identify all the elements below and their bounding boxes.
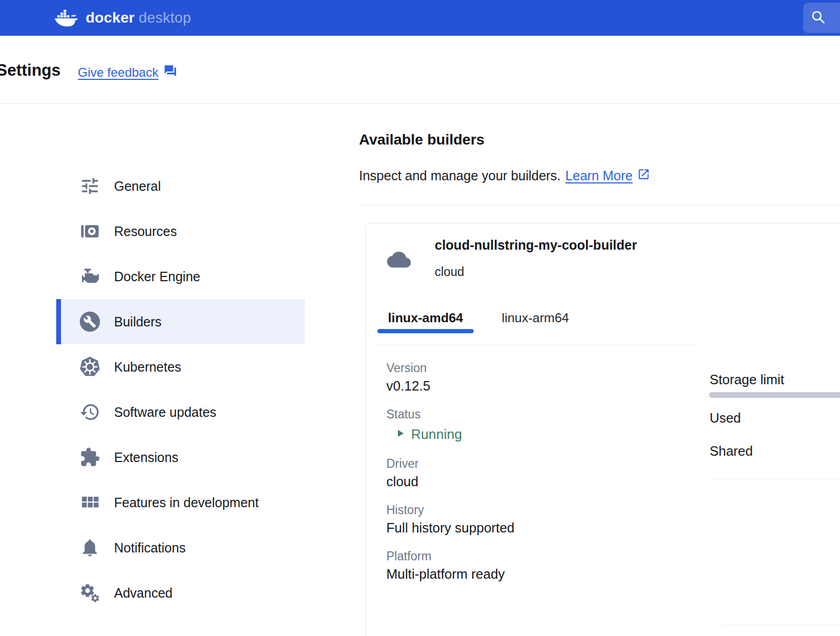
detail-status: Status Running: [386, 406, 515, 444]
detail-history: History Full history supported: [386, 502, 515, 537]
sidebar-item-label: Docker Engine: [114, 269, 200, 284]
sidebar-item-label: Kubernetes: [114, 360, 181, 375]
sidebar-item-advanced[interactable]: Advanced: [56, 570, 305, 616]
sidebar-item-label: General: [114, 179, 161, 194]
detail-value: Full history supported: [386, 519, 515, 537]
learn-more-link[interactable]: Learn More: [566, 168, 633, 183]
cloud-icon: [387, 250, 411, 270]
detail-label: Version: [386, 360, 515, 376]
detail-value: cloud: [386, 473, 515, 490]
page-title: Settings: [0, 61, 60, 80]
builder-details: Version v0.12.5 Status Running Driver cl…: [386, 360, 515, 594]
resources-icon: [79, 220, 101, 242]
storage-limit-progressbar: [709, 392, 840, 398]
builder-name: cloud-nullstring-my-cool-builder: [435, 238, 637, 253]
open-in-new-icon: [637, 168, 650, 184]
settings-sidebar: General Resources: [56, 163, 305, 616]
app-header: dockerdesktop: [0, 0, 840, 36]
detail-version: Version v0.12.5: [386, 360, 515, 395]
sidebar-item-resources[interactable]: Resources: [56, 209, 305, 254]
detail-label: Status: [386, 406, 515, 422]
search-icon: [810, 8, 826, 27]
detail-label: History: [386, 502, 515, 518]
sidebar-item-label: Resources: [114, 224, 177, 239]
sidebar-item-label: Features in development: [114, 495, 259, 510]
detail-label: Platform: [386, 548, 515, 564]
storage-shared-label: Shared: [710, 444, 753, 459]
give-feedback-label: Give feedback: [78, 65, 158, 80]
expand-triangle-icon: [397, 429, 404, 440]
header-divider: [0, 104, 840, 104]
sidebar-item-extensions[interactable]: Extensions: [56, 435, 305, 480]
sidebar-item-kubernetes[interactable]: Kubernetes: [56, 344, 305, 389]
detail-label: Driver: [386, 456, 515, 471]
brand-docker: docker: [86, 9, 135, 26]
sidebar-item-docker-engine[interactable]: Docker Engine: [56, 254, 305, 299]
global-search-input[interactable]: [803, 3, 840, 33]
give-feedback-link[interactable]: Give feedback: [78, 64, 177, 81]
tab-linux-amd64[interactable]: linux-amd64: [377, 307, 474, 333]
brand-desktop: desktop: [139, 9, 191, 26]
brand-text: dockerdesktop: [86, 9, 191, 26]
docker-desktop-logo: dockerdesktop: [54, 0, 191, 36]
feedback-chat-icon: [163, 64, 177, 81]
sidebar-item-label: Extensions: [114, 450, 178, 465]
section-divider: [359, 205, 840, 206]
sidebar-item-general[interactable]: General: [56, 163, 305, 209]
sidebar-item-label: Notifications: [114, 540, 186, 556]
sidebar-item-features-in-development[interactable]: Features in development: [56, 480, 305, 525]
builder-card: cloud-nullstring-my-cool-builder cloud l…: [365, 223, 840, 636]
kubernetes-icon: [79, 356, 101, 378]
storage-panel: Storage limit Used Shared: [709, 223, 840, 636]
status-expander[interactable]: Running: [386, 424, 515, 444]
bell-icon: [79, 537, 101, 559]
sidebar-item-notifications[interactable]: Notifications: [56, 525, 305, 570]
gears-icon: [79, 582, 101, 604]
status-value: Running: [411, 426, 462, 443]
tune-icon: [79, 175, 101, 197]
puzzle-icon: [79, 446, 101, 468]
docker-whale-icon: [54, 8, 79, 27]
detail-driver: Driver cloud: [386, 456, 515, 490]
sidebar-item-label: Advanced: [114, 586, 172, 601]
storage-limit-label: Storage limit: [710, 372, 784, 387]
detail-value: v0.12.5: [386, 377, 515, 395]
section-heading: Available builders: [359, 131, 485, 148]
storage-divider-bottom: [723, 625, 840, 625]
docker-desktop-settings-window: dockerdesktop Settings Give feedback: [0, 0, 840, 636]
history-icon: [79, 401, 101, 423]
storage-divider: [709, 479, 840, 479]
detail-value: Multi-platform ready: [386, 565, 515, 583]
sidebar-item-software-updates[interactable]: Software updates: [56, 389, 305, 435]
wrench-icon: [79, 311, 101, 333]
section-description: Inspect and manage your builders. Learn …: [359, 168, 650, 184]
grid-icon: [79, 491, 101, 514]
tab-divider: [377, 345, 697, 345]
sidebar-item-builders[interactable]: Builders: [56, 299, 305, 344]
tab-linux-arm64[interactable]: linux-arm64: [485, 307, 586, 333]
engine-icon: [79, 265, 101, 288]
detail-platform: Platform Multi-platform ready: [386, 548, 515, 583]
sidebar-item-label: Builders: [114, 314, 161, 330]
storage-used-label: Used: [710, 411, 741, 426]
description-text: Inspect and manage your builders.: [359, 168, 561, 183]
builder-subtitle: cloud: [435, 265, 464, 279]
sidebar-item-label: Software updates: [114, 405, 217, 420]
